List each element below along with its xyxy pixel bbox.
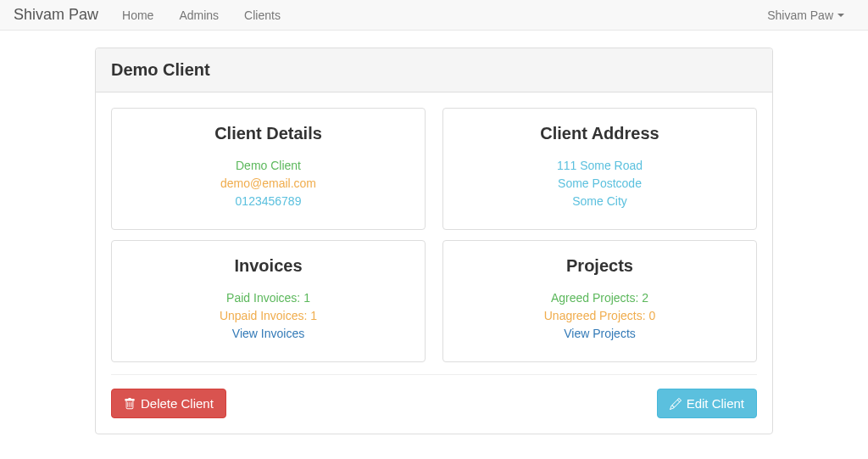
client-address-heading: Client Address <box>456 124 743 143</box>
edit-client-button[interactable]: Edit Client <box>657 389 757 418</box>
nav-link-clients[interactable]: Clients <box>234 2 291 29</box>
row-top: Client Details Demo Client demo@email.co… <box>111 108 757 230</box>
page-title: Demo Client <box>111 60 757 80</box>
brand[interactable]: Shivam Paw <box>14 6 98 24</box>
container: Demo Client Client Details Demo Client d… <box>95 48 773 434</box>
invoices-paid: Paid Invoices: 1 <box>125 289 412 307</box>
projects-card: Projects Agreed Projects: 2 Unagreed Pro… <box>442 240 757 362</box>
row-bottom: Invoices Paid Invoices: 1 Unpaid Invoice… <box>111 240 757 362</box>
address-line2: Some Postcode <box>456 175 743 193</box>
pencil-icon <box>670 398 682 410</box>
divider <box>111 374 757 375</box>
address-line3: Some City <box>456 193 743 210</box>
delete-client-label: Delete Client <box>141 396 214 411</box>
projects-agreed: Agreed Projects: 2 <box>456 289 743 307</box>
user-name: Shivam Paw <box>767 8 833 22</box>
user-menu[interactable]: Shivam Paw <box>757 2 854 29</box>
delete-client-button[interactable]: Delete Client <box>111 389 226 418</box>
edit-client-label: Edit Client <box>687 396 744 411</box>
address-line1: 111 Some Road <box>456 157 743 175</box>
nav-link-admins[interactable]: Admins <box>169 2 229 29</box>
projects-unagreed: Unagreed Projects: 0 <box>456 307 743 325</box>
panel-body: Client Details Demo Client demo@email.co… <box>96 92 772 434</box>
client-name: Demo Client <box>125 157 412 175</box>
panel-heading: Demo Client <box>96 48 772 92</box>
nav-link-home[interactable]: Home <box>112 2 164 29</box>
nav-left: Shivam Paw Home Admins Clients <box>14 2 291 29</box>
client-details-heading: Client Details <box>125 124 412 143</box>
client-address-card: Client Address 111 Some Road Some Postco… <box>442 108 757 230</box>
view-invoices-link[interactable]: View Invoices <box>125 325 412 343</box>
client-details-card: Client Details Demo Client demo@email.co… <box>111 108 426 230</box>
invoices-heading: Invoices <box>125 256 412 276</box>
view-projects-link[interactable]: View Projects <box>456 325 743 343</box>
navbar: Shivam Paw Home Admins Clients Shivam Pa… <box>0 0 868 31</box>
client-email: demo@email.com <box>125 175 412 193</box>
caret-down-icon <box>837 14 844 17</box>
invoices-card: Invoices Paid Invoices: 1 Unpaid Invoice… <box>111 240 426 362</box>
invoices-unpaid: Unpaid Invoices: 1 <box>125 307 412 325</box>
main-panel: Demo Client Client Details Demo Client d… <box>95 48 773 434</box>
projects-heading: Projects <box>456 256 743 276</box>
actions-row: Delete Client Edit Client <box>111 389 757 418</box>
client-phone: 0123456789 <box>125 193 412 210</box>
trash-icon <box>124 398 136 410</box>
